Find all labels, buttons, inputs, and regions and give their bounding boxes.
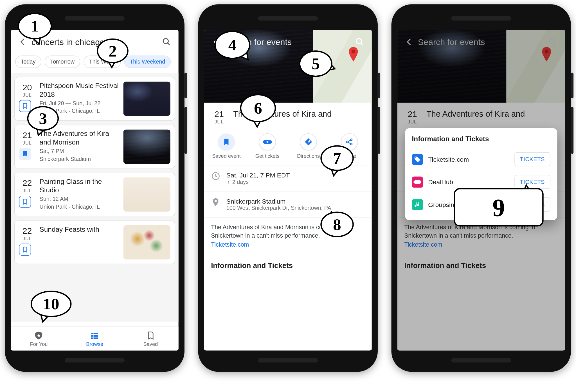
phone-1: concerts in chicago TodayTomorrowThis We… [5,4,184,372]
nav-for-you[interactable]: For You [11,327,67,351]
description-source-link[interactable]: Ticketsite.com [404,241,442,248]
phone-2: Search for events 21 JUL The Adventures … [198,4,377,372]
tickets-button[interactable]: TICKETS [514,197,550,211]
search-input[interactable]: Search for events [224,37,351,47]
bookmark-icon[interactable] [19,244,31,256]
tickets-button[interactable]: TICKETS [514,175,550,189]
event-thumbnail [123,177,170,212]
event-info: The Adventures of Kira and MorrisonSat, … [39,130,119,163]
event-date: 21 JUL [211,109,227,124]
bookmark-icon[interactable] [19,148,31,160]
provider-name: Groupsintown [428,201,509,208]
screen-1: concerts in chicago TodayTomorrowThis We… [11,30,178,350]
event-title: The Adventures of Kira and [426,109,525,119]
event-info: Painting Class in the StudioSun, 12 AMUn… [39,177,119,210]
event-title-block: 21 JUL The Adventures of Kira and [397,103,565,128]
filter-chip[interactable]: This Weekend [124,56,170,68]
filter-chips: TodayTomorrowThis WeekThis Weekend [11,54,178,74]
filter-chip[interactable]: Today [15,56,41,68]
detail-venue: Snickerpark Stadium 100 West Snickerpark… [204,192,372,218]
event-description: The Adventures of Kira and Morrison is c… [397,218,565,254]
nav-browse[interactable]: Browse [67,327,123,351]
svg-rect-3 [91,335,93,337]
event-card[interactable]: 22JULPainting Class in the StudioSun, 12… [14,173,175,216]
search-input[interactable]: Search for events [418,37,544,47]
screen-3: Search for events 21 JUL The Adventures … [397,30,565,350]
svg-point-8 [356,39,361,44]
search-icon[interactable] [158,33,175,51]
back-icon[interactable] [207,33,224,51]
provider-icon [412,154,423,165]
search-bar-overlay: Search for events [204,30,372,54]
nav-label: For You [30,341,48,347]
search-icon[interactable] [351,33,368,51]
event-card[interactable]: 22JULSunday Feasts with [14,220,175,264]
search-icon[interactable] [544,33,561,51]
search-input[interactable]: concerts in chicago [31,37,158,47]
svg-rect-6 [93,337,98,339]
description-source-link[interactable]: Ticketsite.com [211,241,249,248]
provider-name: DealHub [428,178,509,186]
event-description: The Adventures of Kira and Morrison is c… [204,218,372,254]
back-icon[interactable] [14,33,31,51]
event-info: Pitchspoon Music Festival 2018Fri, Jul 2… [39,82,119,114]
event-title-block: 21 JUL The Adventures of Kira and [204,103,372,128]
event-date: 21JUL [19,130,35,160]
screen-2: Search for events 21 JUL The Adventures … [204,30,372,350]
event-title: The Adventures of Kira and [233,109,332,119]
section-tickets-header: Information and Tickets [397,254,565,274]
event-thumbnail [123,225,170,260]
search-bar-overlay: Search for events [397,30,565,54]
location-icon [211,197,220,207]
action-share[interactable]: Share [332,133,366,159]
filter-chip[interactable]: Tomorrow [44,56,80,68]
bookmark-icon[interactable] [19,100,31,112]
phone-3: Search for events 21 JUL The Adventures … [391,4,571,372]
event-info: Sunday Feasts with [39,225,119,235]
svg-point-0 [163,39,168,44]
provider-icon [412,176,423,188]
bookmark-icon[interactable] [19,196,31,208]
bottom-nav: For You Browse Saved [11,326,178,350]
section-tickets-header: Information and Tickets [204,254,372,274]
svg-rect-5 [91,337,93,339]
events-list[interactable]: 20JULPitchspoon Music Festival 2018Fri, … [11,73,178,322]
svg-rect-2 [93,333,98,334]
ticket-provider-row: GroupsintownTICKETS [412,193,550,216]
provider-icon [412,199,423,210]
event-date: 22JUL [19,177,35,208]
nav-saved[interactable]: Saved [123,327,179,351]
tickets-button[interactable]: TICKETS [514,152,550,166]
event-actions: Saved event Get tickets Directions Share [204,128,372,165]
svg-rect-1 [91,333,93,334]
action-directions[interactable]: Directions [291,133,325,159]
event-date: 20JUL [19,82,35,112]
event-card[interactable]: 20JULPitchspoon Music Festival 2018Fri, … [14,77,175,121]
action-saved[interactable]: Saved event [209,133,244,159]
clock-icon [211,172,220,181]
event-date: 22JUL [19,225,35,256]
action-tickets[interactable]: Get tickets [250,133,284,159]
modal-title: Information and Tickets [412,135,550,143]
nav-label: Browse [86,341,103,347]
svg-rect-4 [93,335,98,337]
back-icon[interactable] [401,33,418,51]
nav-label: Saved [143,341,158,347]
svg-point-9 [346,141,348,143]
ticket-provider-row: Ticketsite.comTICKETS [412,148,550,171]
event-thumbnail [123,130,170,164]
tickets-modal: Information and Tickets Ticketsite.comTI… [405,128,557,220]
detail-time: Sat, Jul 21, 7 PM EDT in 2 days [204,165,372,192]
svg-point-14 [550,39,555,44]
provider-name: Ticketsite.com [428,156,509,163]
event-thumbnail [123,82,170,116]
event-date: 21 JUL [404,109,420,124]
